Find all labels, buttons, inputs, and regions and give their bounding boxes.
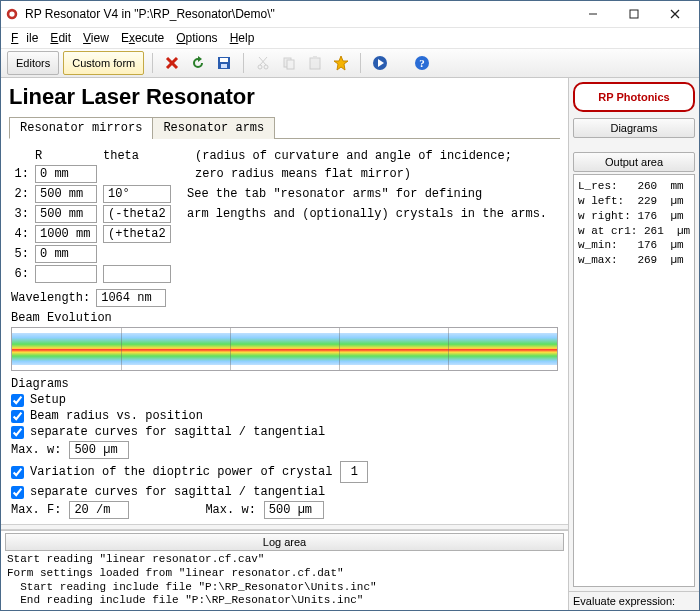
varpow-n-input[interactable] (340, 461, 368, 483)
cb-radius-label: Beam radius vs. position (30, 409, 203, 423)
minimize-button[interactable] (573, 2, 613, 26)
svg-rect-17 (310, 58, 320, 69)
maxF-input[interactable] (69, 501, 129, 519)
R-input-1[interactable] (35, 165, 97, 183)
svg-marker-19 (334, 56, 348, 70)
output-area-header[interactable]: Output area (573, 152, 695, 172)
svg-rect-10 (221, 64, 227, 68)
col-desc2: zero radius means flat mirror) (195, 167, 411, 181)
reload-icon[interactable] (187, 52, 209, 74)
col-desc1: (radius of curvature and angle of incide… (195, 149, 512, 163)
cb-setup-label: Setup (30, 393, 66, 407)
R-input-2[interactable] (35, 185, 97, 203)
cb-varpow[interactable] (11, 466, 24, 479)
svg-rect-16 (287, 60, 294, 69)
svg-point-1 (9, 11, 14, 16)
cb-sep2[interactable] (11, 486, 24, 499)
cb-setup[interactable] (11, 394, 24, 407)
svg-rect-9 (220, 58, 228, 62)
separator (152, 53, 153, 73)
custom-form-button[interactable]: Custom form (63, 51, 144, 75)
menu-file[interactable]: File (7, 29, 42, 47)
page-title: Linear Laser Resonator (9, 84, 560, 110)
favorite-icon[interactable] (330, 52, 352, 74)
row-label: 3: (11, 207, 29, 221)
tab-mirrors[interactable]: Resonator mirrors (9, 117, 153, 139)
row-label: 4: (11, 227, 29, 241)
svg-text:?: ? (419, 57, 425, 69)
cb-sep1-label: separate curves for sagittal / tangentia… (30, 425, 325, 439)
log-area: Log area Start reading "linear resonator… (1, 530, 568, 610)
toolbar: Editors Custom form ? (1, 49, 699, 78)
window-title: RP Resonator V4 in "P:\RP_Resonator\Demo… (25, 7, 573, 21)
close-button[interactable] (655, 2, 695, 26)
cb-sep1[interactable] (11, 426, 24, 439)
col-theta: theta (103, 149, 171, 163)
col-desc4: arm lengths and (optionally) crystals in… (187, 207, 547, 221)
paste-icon[interactable] (304, 52, 326, 74)
logo-text: RP Photonics (598, 91, 669, 103)
maxw-label: Max. w: (11, 443, 61, 457)
cb-varpow-label: Variation of the dioptric power of cryst… (30, 465, 332, 479)
logo: RP Photonics (573, 82, 695, 112)
wavelength-input[interactable] (96, 289, 166, 307)
beam-evolution-plot (11, 327, 558, 371)
R-input-5[interactable] (35, 245, 97, 263)
col-R: R (35, 149, 97, 163)
titlebar: RP Resonator V4 in "P:\RP_Resonator\Demo… (1, 1, 699, 28)
menu-edit[interactable]: Edit (46, 29, 75, 47)
theta-input-4[interactable] (103, 225, 171, 243)
side-panel: RP Photonics Diagrams Output area L_res:… (569, 78, 699, 610)
svg-point-12 (264, 65, 268, 69)
separator (360, 53, 361, 73)
app-icon (5, 7, 19, 21)
output-text[interactable]: L_res: 260 mm w left: 229 µm w right: 17… (573, 174, 695, 587)
cb-radius[interactable] (11, 410, 24, 423)
tabstrip: Resonator mirrors Resonator arms (9, 116, 560, 139)
theta-input-2[interactable] (103, 185, 171, 203)
maxw-input[interactable] (69, 441, 129, 459)
help-icon[interactable]: ? (411, 52, 433, 74)
wavelength-label: Wavelength: (11, 291, 90, 305)
run-icon[interactable] (369, 52, 391, 74)
save-icon[interactable] (213, 52, 235, 74)
theta-input-6[interactable] (103, 265, 171, 283)
cut-icon[interactable] (252, 52, 274, 74)
app-window: RP Resonator V4 in "P:\RP_Resonator\Demo… (0, 0, 700, 611)
copy-icon[interactable] (278, 52, 300, 74)
svg-line-13 (260, 57, 267, 65)
maxw2-input[interactable] (264, 501, 324, 519)
svg-line-14 (259, 57, 266, 65)
menu-help[interactable]: Help (226, 29, 259, 47)
menu-options[interactable]: Options (172, 29, 221, 47)
row-label: 1: (11, 167, 29, 181)
R-input-6[interactable] (35, 265, 97, 283)
R-input-4[interactable] (35, 225, 97, 243)
svg-point-11 (258, 65, 262, 69)
row-label: 6: (11, 267, 29, 281)
theta-input-3[interactable] (103, 205, 171, 223)
menu-execute[interactable]: Execute (117, 29, 168, 47)
cb-sep2-label: separate curves for sagittal / tangentia… (30, 485, 325, 499)
maxw2-label: Max. w: (205, 503, 255, 517)
row-label: 5: (11, 247, 29, 261)
col-desc3: See the tab "resonator arms" for definin… (187, 187, 482, 201)
R-input-3[interactable] (35, 205, 97, 223)
separator (243, 53, 244, 73)
diagrams-label: Diagrams (11, 377, 558, 391)
svg-rect-18 (313, 56, 317, 59)
evaluate-label[interactable]: Evaluate expression: (569, 591, 699, 610)
maximize-button[interactable] (614, 2, 654, 26)
tab-arms[interactable]: Resonator arms (152, 117, 275, 139)
editors-button[interactable]: Editors (7, 51, 59, 75)
log-text[interactable]: Start reading "linear resonator.cf.cav" … (1, 551, 568, 610)
svg-rect-3 (630, 10, 638, 18)
content-area: Linear Laser Resonator Resonator mirrors… (1, 78, 568, 524)
menu-view[interactable]: View (79, 29, 113, 47)
diagrams-button[interactable]: Diagrams (573, 118, 695, 138)
row-label: 2: (11, 187, 29, 201)
log-header: Log area (5, 533, 564, 551)
beam-label: Beam Evolution (11, 311, 558, 325)
cancel-icon[interactable] (161, 52, 183, 74)
maxF-label: Max. F: (11, 503, 61, 517)
